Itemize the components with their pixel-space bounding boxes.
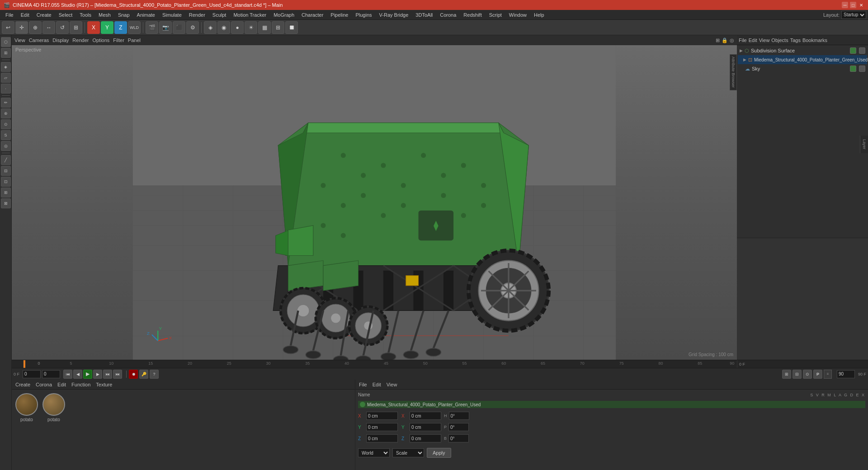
material-item-2[interactable]: potato: [42, 393, 65, 422]
magnet-button[interactable]: ⊛: [1, 108, 11, 118]
scene-canvas[interactable]: ⧫: [12, 45, 737, 360]
x-pos-input[interactable]: [366, 412, 398, 420]
frame-next-button[interactable]: ▶: [93, 370, 102, 379]
timeline-mode-1[interactable]: ⊞: [782, 370, 791, 379]
rotate-tool-button[interactable]: ↺: [56, 21, 69, 34]
obj-vis-6[interactable]: [859, 66, 865, 72]
b-rot-input[interactable]: [448, 434, 469, 442]
point-mode-button[interactable]: ·: [1, 84, 11, 94]
render-region-button[interactable]: 📷: [159, 21, 172, 34]
menu-snap[interactable]: Snap: [114, 11, 133, 19]
menu-render[interactable]: Render: [185, 11, 209, 19]
polygon-mode-button[interactable]: ◈: [1, 62, 11, 72]
y-axis-button[interactable]: Y: [101, 21, 113, 34]
vp-menu-filter[interactable]: Filter: [113, 38, 124, 43]
menu-mesh[interactable]: Mesh: [95, 11, 114, 19]
vp-menu-display[interactable]: Display: [52, 38, 69, 43]
menu-sculpt[interactable]: Sculpt: [209, 11, 230, 19]
menu-corona[interactable]: Corona: [436, 11, 460, 19]
knife-button[interactable]: ╱: [1, 155, 11, 165]
paint-button[interactable]: ✏: [1, 98, 11, 108]
wireframe-button[interactable]: ◉: [217, 21, 230, 34]
rp-menu-tags[interactable]: Tags: [790, 38, 801, 43]
menu-pipeline[interactable]: Pipeline: [327, 11, 352, 19]
bevel-button[interactable]: ⊡: [1, 177, 11, 187]
menu-edit[interactable]: Edit: [17, 11, 33, 19]
smooth-button[interactable]: S: [1, 130, 11, 140]
obj-vis-5[interactable]: [850, 66, 856, 72]
viewport-3d[interactable]: View Cameras Display Render Options Filt…: [12, 35, 737, 360]
rp-menu-objects[interactable]: Objects: [771, 38, 788, 43]
display-mode-button[interactable]: ◈: [204, 21, 217, 34]
menu-select[interactable]: Select: [55, 11, 76, 19]
object-item-subdivision[interactable]: ▶ ⬡ Subdivision Surface: [738, 46, 867, 55]
x-axis-button[interactable]: X: [87, 21, 100, 34]
grid-button[interactable]: ⊞: [272, 21, 284, 34]
menu-create[interactable]: Create: [33, 11, 55, 19]
loop-cut-button[interactable]: ⊟: [1, 166, 11, 176]
rp-menu-view[interactable]: View: [759, 38, 770, 43]
edge-mode-button[interactable]: ▱: [1, 73, 11, 83]
record-button[interactable]: ⏺: [129, 370, 138, 379]
obj-vis-1[interactable]: [850, 47, 856, 54]
vp-menu-options[interactable]: Options: [92, 38, 109, 43]
rp-menu-file[interactable]: File: [739, 38, 747, 43]
coord-system-dropdown[interactable]: World Object: [358, 448, 390, 457]
menu-character[interactable]: Character: [298, 11, 327, 19]
object-item-miedema[interactable]: ▶ ⊡ Miedema_Structural_4000_Potato_Plant…: [738, 55, 867, 64]
go-end-button[interactable]: ⏭: [113, 370, 122, 379]
vp-maximize-icon[interactable]: ⊞: [716, 38, 720, 43]
material-swatch-2[interactable]: [42, 393, 65, 416]
render-button[interactable]: 🎬: [146, 21, 158, 34]
vp-lock-icon[interactable]: 🔒: [722, 38, 728, 43]
material-swatch-1[interactable]: [15, 393, 38, 416]
x-rot-input[interactable]: [410, 412, 441, 420]
menu-vray[interactable]: V-Ray Bridge: [376, 11, 412, 19]
play-button[interactable]: ▶: [83, 370, 92, 379]
z-rot-input[interactable]: [410, 434, 441, 442]
start-frame-input[interactable]: [42, 370, 60, 378]
snap-button[interactable]: 🔲: [285, 21, 298, 34]
frame-prev-button[interactable]: ◀: [73, 370, 82, 379]
z-pos-input[interactable]: [366, 434, 398, 442]
mat-menu-function[interactable]: Function: [70, 381, 92, 388]
layout-dropdown[interactable]: Startup: [841, 11, 866, 19]
mat-menu-corona[interactable]: Corona: [34, 381, 54, 388]
object-item-sky[interactable]: ☁ Sky: [738, 64, 867, 73]
menu-help[interactable]: Help: [530, 11, 548, 19]
attribute-browser-tab[interactable]: Attribute Browser: [730, 54, 737, 90]
bridge-button[interactable]: ⊠: [1, 198, 11, 208]
minimize-button[interactable]: ─: [842, 2, 848, 8]
ipr-button[interactable]: ⬛: [173, 21, 185, 34]
key-next-button[interactable]: ⏭: [103, 370, 112, 379]
timeline-mini-button[interactable]: ≡: [824, 370, 832, 379]
model-mode-button[interactable]: ⬡: [1, 37, 11, 47]
menu-motion-tracker[interactable]: Motion Tracker: [230, 11, 270, 19]
timeline-track[interactable]: 0 5 10 15 20 25 30 35 40 45 50 55 60 65 …: [24, 360, 737, 368]
render-settings-button[interactable]: ⚙: [186, 21, 199, 34]
menu-plugins[interactable]: Plugins: [352, 11, 375, 19]
menu-script[interactable]: Script: [486, 11, 505, 19]
menu-window[interactable]: Window: [505, 11, 530, 19]
rp-menu-edit[interactable]: Edit: [749, 38, 757, 43]
ap-menu-edit[interactable]: Edit: [371, 381, 383, 388]
scale-tool-button[interactable]: ↔: [42, 21, 55, 34]
menu-tools[interactable]: Tools: [76, 11, 95, 19]
mat-menu-edit[interactable]: Edit: [56, 381, 68, 388]
mat-menu-texture[interactable]: Texture: [94, 381, 114, 388]
undo-button[interactable]: ↩: [2, 21, 14, 34]
select-tool-button[interactable]: ⊕: [29, 21, 42, 34]
extrude-button[interactable]: ⊞: [1, 188, 11, 197]
texture-button[interactable]: ▦: [258, 21, 271, 34]
ap-menu-view[interactable]: View: [385, 381, 399, 388]
vp-menu-cameras[interactable]: Cameras: [29, 38, 49, 43]
close-button[interactable]: ✕: [858, 2, 864, 8]
timeline-mode-3[interactable]: ⊙: [803, 370, 812, 379]
ap-menu-file[interactable]: File: [357, 381, 369, 388]
apply-button[interactable]: Apply: [427, 448, 451, 458]
z-axis-button[interactable]: Z: [114, 21, 127, 34]
menu-3dtoall[interactable]: 3DToAll: [412, 11, 436, 19]
menu-redshift[interactable]: Redshift: [460, 11, 485, 19]
transform-button[interactable]: ⊞: [70, 21, 82, 34]
end-frame-input[interactable]: [837, 370, 855, 378]
